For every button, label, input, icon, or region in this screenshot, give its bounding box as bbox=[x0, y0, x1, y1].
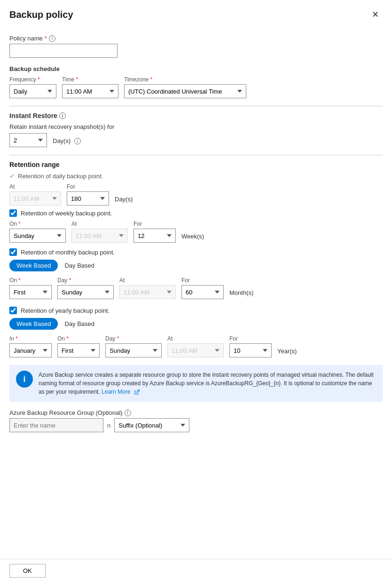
resource-group-label: Azure Backup Resource Group (Optional) i bbox=[9, 409, 383, 416]
yearly-at-select[interactable]: 11:00 AM bbox=[167, 343, 224, 357]
daily-at-select[interactable]: 11:00 AM bbox=[9, 191, 61, 206]
monthly-day-based-tab[interactable]: Day Based bbox=[58, 260, 101, 271]
monthly-checkbox[interactable] bbox=[9, 248, 17, 256]
suffix-select[interactable]: Suffix (Optional) bbox=[114, 418, 189, 432]
panel-body: Policy name * i Backup schedule Frequenc… bbox=[0, 27, 392, 447]
monthly-retention-group: Retention of monthly backup point. Week … bbox=[9, 248, 383, 299]
yearly-for-label: For bbox=[229, 335, 272, 342]
info-box-text: Azure Backup service creates a separate … bbox=[39, 371, 376, 396]
yearly-day-label: Day * bbox=[105, 335, 162, 342]
daily-for-select[interactable]: 180 90 60 30 bbox=[67, 191, 109, 206]
weekly-unit-label: Week(s) bbox=[181, 233, 204, 240]
weekly-retention-group: Retention of weekly backup point. On * S… bbox=[9, 209, 383, 243]
instant-restore-header: Instant Restore i bbox=[9, 112, 383, 119]
policy-name-input[interactable] bbox=[9, 44, 118, 58]
yearly-retention-row: In * JanuaryFebruaryMarchApril MayJuneJu… bbox=[9, 335, 383, 357]
yearly-checkbox-row: Retention of yearly backup point. bbox=[9, 307, 383, 314]
days-info-icon[interactable]: i bbox=[74, 138, 81, 144]
weekly-on-col: On * SundayMondayTuesday WednesdayThursd… bbox=[9, 221, 66, 243]
weekly-retention-row: On * SundayMondayTuesday WednesdayThursd… bbox=[9, 221, 383, 243]
panel-header: Backup policy ✕ bbox=[0, 0, 392, 27]
yearly-in-select[interactable]: JanuaryFebruaryMarchApril MayJuneJulyAug… bbox=[9, 343, 52, 357]
daily-for-label: For bbox=[67, 183, 109, 190]
required-star: * bbox=[45, 35, 47, 42]
monthly-at-label: At bbox=[119, 277, 176, 284]
weekly-retention-label: Retention of weekly backup point. bbox=[21, 210, 112, 217]
policy-name-label: Policy name * i bbox=[9, 35, 383, 42]
weekly-for-select[interactable]: 1248162452 bbox=[133, 229, 176, 243]
monthly-day-select[interactable]: SundayMondayTuesday WednesdayThursdayFri… bbox=[57, 285, 114, 299]
policy-name-section: Policy name * i bbox=[9, 35, 383, 58]
frequency-select[interactable]: Daily Weekly bbox=[9, 84, 56, 98]
backup-schedule-label: Backup schedule bbox=[9, 65, 383, 72]
yearly-day-select[interactable]: SundayMondayTuesday WednesdayThursdayFri… bbox=[105, 343, 162, 357]
monthly-for-col: For 6012243648 bbox=[181, 277, 224, 299]
yearly-week-based-tab[interactable]: Week Based bbox=[9, 318, 58, 330]
yearly-for-col: For 1012345 bbox=[229, 335, 272, 357]
monthly-on-select[interactable]: FirstSecondThirdFourthLast bbox=[9, 285, 52, 299]
learn-more-link[interactable]: Learn More bbox=[102, 389, 130, 395]
instant-restore-section: Instant Restore i Retain instant recover… bbox=[9, 112, 383, 147]
monthly-for-select[interactable]: 6012243648 bbox=[181, 285, 224, 299]
daily-for-col: For 180 90 60 30 bbox=[67, 183, 109, 206]
instant-restore-info-icon[interactable]: i bbox=[59, 112, 66, 119]
retention-range-header: Retention range bbox=[9, 161, 383, 168]
time-label: Time * bbox=[62, 76, 118, 83]
monthly-checkbox-row: Retention of monthly backup point. bbox=[9, 248, 383, 256]
yearly-retention-group: Retention of yearly backup point. Week B… bbox=[9, 307, 383, 357]
monthly-for-label: For bbox=[181, 277, 224, 284]
divider-1 bbox=[9, 106, 383, 106]
monthly-at-select[interactable]: 11:00 AM bbox=[119, 285, 176, 299]
backup-policy-panel: Backup policy ✕ Policy name * i Backup s… bbox=[0, 0, 392, 587]
external-link-icon bbox=[134, 389, 140, 395]
backup-schedule-section: Backup schedule Frequency * Daily Weekly… bbox=[9, 65, 383, 98]
weekly-on-label: On * bbox=[9, 221, 66, 227]
yearly-on-col: On * FirstSecondThirdFourthLast bbox=[57, 335, 100, 357]
ok-button[interactable]: OK bbox=[9, 564, 46, 578]
yearly-for-select[interactable]: 1012345 bbox=[229, 343, 272, 357]
yearly-day-col: Day * SundayMondayTuesday WednesdayThurs… bbox=[105, 335, 162, 357]
schedule-row: Frequency * Daily Weekly Time * 11:00 AM bbox=[9, 76, 383, 98]
panel-bottom-bar: OK bbox=[0, 559, 392, 587]
weekly-checkbox-row: Retention of weekly backup point. bbox=[9, 209, 383, 217]
monthly-day-label: Day * bbox=[57, 277, 114, 284]
divider-2 bbox=[9, 155, 383, 155]
yearly-unit-label: Year(s) bbox=[277, 348, 297, 355]
policy-name-info-icon[interactable]: i bbox=[49, 35, 55, 42]
weekly-on-select[interactable]: SundayMondayTuesday WednesdayThursdayFri… bbox=[9, 229, 66, 243]
weekly-checkbox[interactable] bbox=[9, 209, 17, 217]
retain-days-select[interactable]: 2 1 3 4 5 bbox=[9, 133, 47, 147]
resource-group-info-icon[interactable]: i bbox=[125, 410, 131, 416]
yearly-at-label: At bbox=[167, 335, 224, 342]
monthly-retention-label: Retention of monthly backup point. bbox=[21, 249, 115, 256]
daily-retention-row: At 11:00 AM For 180 90 60 30 bbox=[9, 183, 383, 206]
yearly-on-label: On * bbox=[57, 335, 100, 342]
yearly-checkbox[interactable] bbox=[9, 307, 17, 314]
time-select[interactable]: 11:00 AM bbox=[62, 84, 118, 98]
monthly-on-col: On * FirstSecondThirdFourthLast bbox=[9, 277, 52, 299]
monthly-at-col: At 11:00 AM bbox=[119, 277, 176, 299]
yearly-retention-label: Retention of yearly backup point. bbox=[21, 307, 110, 314]
resource-group-row: n Suffix (Optional) bbox=[9, 418, 383, 432]
weekly-at-label: At bbox=[71, 221, 128, 227]
info-box: i Azure Backup service creates a separat… bbox=[9, 365, 383, 402]
retain-label: Retain instant recovery snapshot(s) for bbox=[9, 123, 383, 130]
yearly-on-select[interactable]: FirstSecondThirdFourthLast bbox=[57, 343, 100, 357]
yearly-in-label: In * bbox=[9, 335, 52, 342]
daily-retention-group: ✓ Retention of daily backup point. At 11… bbox=[9, 172, 383, 206]
daily-at-label: At bbox=[9, 183, 61, 190]
monthly-on-label: On * bbox=[9, 277, 52, 284]
yearly-day-based-tab[interactable]: Day Based bbox=[58, 318, 101, 330]
weekly-for-label: For bbox=[133, 221, 176, 227]
resource-group-section: Azure Backup Resource Group (Optional) i… bbox=[9, 409, 383, 432]
monthly-retention-row: On * FirstSecondThirdFourthLast Day * bbox=[9, 277, 383, 299]
weekly-at-select[interactable]: 11:00 AM bbox=[71, 229, 128, 243]
close-button[interactable]: ✕ bbox=[368, 8, 383, 22]
frequency-label: Frequency * bbox=[9, 76, 56, 83]
n-separator: n bbox=[107, 422, 110, 429]
yearly-at-col: At 11:00 AM bbox=[167, 335, 224, 357]
resource-name-input[interactable] bbox=[9, 418, 103, 432]
monthly-week-based-tab[interactable]: Week Based bbox=[9, 260, 58, 271]
info-box-icon: i bbox=[16, 371, 33, 388]
timezone-select[interactable]: (UTC) Coordinated Universal Time bbox=[124, 84, 246, 98]
